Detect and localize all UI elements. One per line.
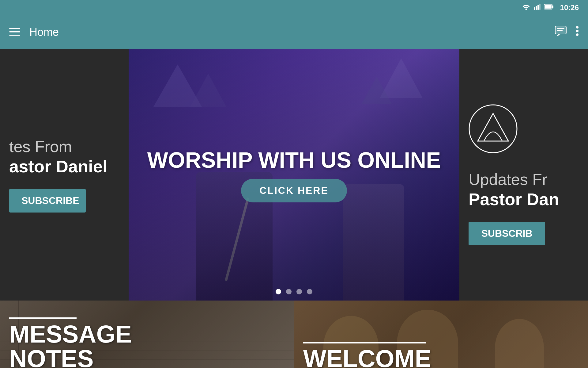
right-card: Updates Fr Pastor Dan SUBSCRIB <box>459 49 588 301</box>
svg-point-18 <box>469 105 517 153</box>
welcome-text: WELCOME <box>294 336 440 368</box>
carousel: WORSHIP WITH US ONLINE CLICK HERE <box>129 49 459 301</box>
svg-point-15 <box>576 26 579 29</box>
svg-rect-3 <box>537 5 539 10</box>
svg-rect-6 <box>552 6 553 8</box>
left-card: tes From astor Daniel SUBSCRIBE <box>0 49 129 301</box>
more-options-icon[interactable] <box>576 26 579 39</box>
bottom-tiles: MESSAGE NOTES WELCOME <box>0 301 588 368</box>
status-bar: 10:26 <box>0 0 588 15</box>
svg-rect-10 <box>9 35 20 36</box>
carousel-dot-4[interactable] <box>307 289 312 294</box>
wifi-icon <box>522 4 530 12</box>
svg-point-16 <box>576 30 579 32</box>
subscribe-button-left[interactable]: SUBSCRIBE <box>9 189 86 213</box>
message-notes-text: MESSAGE NOTES <box>0 311 141 368</box>
left-card-subtitle1: tes From <box>9 137 119 156</box>
carousel-main-text: WORSHIP WITH US ONLINE <box>147 148 441 173</box>
svg-rect-9 <box>9 31 20 33</box>
svg-rect-13 <box>557 28 564 29</box>
carousel-dot-3[interactable] <box>296 289 302 294</box>
right-card-subtitle1: Updates Fr <box>469 170 579 189</box>
tile-divider-left <box>9 317 77 319</box>
main-content: tes From astor Daniel SUBSCRIBE WORSHIP … <box>0 49 588 301</box>
chat-icon[interactable] <box>555 26 567 39</box>
svg-point-0 <box>525 9 527 10</box>
subscribe-button-right[interactable]: SUBSCRIB <box>469 222 545 245</box>
battery-icon <box>544 4 553 12</box>
welcome-tile[interactable]: WELCOME <box>294 301 588 368</box>
tile-divider-right <box>303 342 426 343</box>
svg-point-17 <box>576 33 579 36</box>
carousel-background: WORSHIP WITH US ONLINE CLICK HERE <box>129 49 459 301</box>
svg-rect-14 <box>557 30 563 31</box>
app-bar: Home <box>0 15 588 49</box>
carousel-dot-2[interactable] <box>286 289 292 294</box>
status-time: 10:26 <box>560 3 579 12</box>
right-card-title: Pastor Dan <box>469 189 579 209</box>
svg-rect-4 <box>539 4 541 10</box>
hamburger-menu-icon[interactable] <box>9 26 20 38</box>
carousel-click-button[interactable]: CLICK HERE <box>241 179 347 202</box>
left-card-title: astor Daniel <box>9 156 119 177</box>
message-notes-tile[interactable]: MESSAGE NOTES <box>0 301 294 368</box>
svg-rect-7 <box>545 5 552 9</box>
carousel-overlay <box>129 49 459 301</box>
svg-rect-2 <box>536 6 537 10</box>
mountain-logo <box>469 104 579 161</box>
svg-rect-1 <box>534 7 535 10</box>
svg-rect-8 <box>9 28 20 29</box>
signal-icon <box>534 4 541 12</box>
carousel-dot-1[interactable] <box>276 289 281 294</box>
carousel-dots <box>276 289 312 294</box>
page-title: Home <box>29 26 555 39</box>
